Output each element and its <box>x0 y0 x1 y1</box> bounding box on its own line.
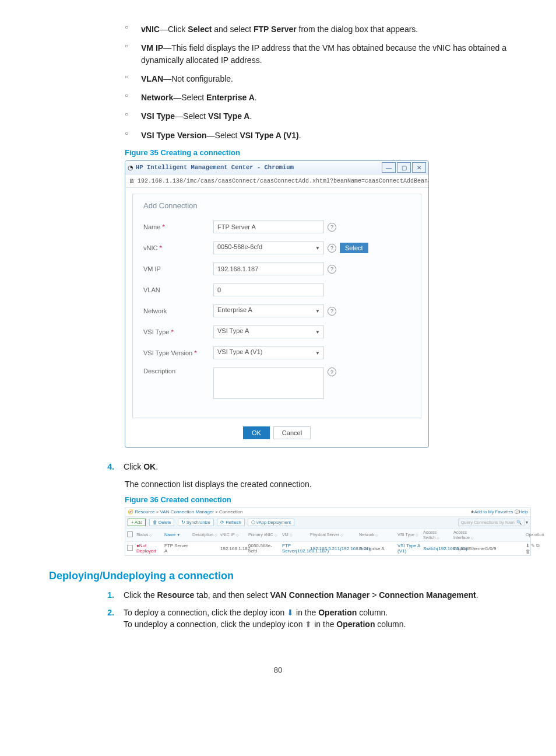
breadcrumb: 🧭 Resource > VAN Connection Manager > Co… <box>128 509 243 514</box>
operation-icons[interactable]: ⬇ ✎ ⧉ 🗑 <box>526 543 543 554</box>
row-checkbox[interactable] <box>127 545 133 551</box>
query-input[interactable]: Query Connections by Nam 🔍 <box>458 519 525 526</box>
window-url: 192.168.1.138/imc/caas/caasConnect/caasC… <box>138 178 428 184</box>
window-titlebar: ◔ HP Intelligent Management Center - Chr… <box>125 161 428 174</box>
vmip-input[interactable] <box>213 262 324 275</box>
network-select[interactable]: Enterprise A▼ <box>213 304 324 317</box>
vlan-input[interactable] <box>213 284 324 296</box>
chevron-down-icon: ▼ <box>315 309 320 314</box>
window-minimize-icon[interactable]: — <box>382 162 396 173</box>
table-header: Status◇ Name▼ Description◇ vNIC IP◇ Prim… <box>125 528 530 542</box>
name-label: Name * <box>143 223 213 230</box>
help-icon[interactable]: ? <box>328 223 336 232</box>
panel-title: Add Connection <box>143 201 410 210</box>
description-label: Description <box>143 368 213 374</box>
table-row: ●Not Deployed FTP Server A 192.168.1.187… <box>125 542 530 555</box>
add-connection-window: ◔ HP Intelligent Management Center - Chr… <box>125 160 429 448</box>
connection-list: 🧭 Resource > VAN Connection Manager > Co… <box>125 508 531 556</box>
synchronize-button[interactable]: ↻ Synchronize <box>178 519 214 526</box>
vsitype-label: VSI Type * <box>143 328 213 335</box>
page-number: 80 <box>49 666 507 674</box>
vapp-deployment-button[interactable]: ⬡ vApp Deployment <box>248 519 294 526</box>
deploy-step-2: 2. To deploy a connection, click the dep… <box>99 607 507 631</box>
step4-result: The connection list displays the created… <box>125 478 507 490</box>
vnic-label: vNIC * <box>143 244 213 251</box>
help-link[interactable]: Help <box>519 509 528 514</box>
bullet-vmip: VM IP—This field displays the IP address… <box>125 42 507 66</box>
add-favorites-link[interactable]: Add to My Favorites <box>474 509 513 514</box>
description-input[interactable] <box>213 368 324 399</box>
name-input[interactable] <box>213 220 324 233</box>
window-url-bar: 🗎 192.168.1.138/imc/caas/caasConnect/caa… <box>125 174 428 188</box>
field-bullet-list: vNIC—Click Select and select FTP Server … <box>125 23 507 141</box>
deploy-step-1: 1. Click the Resource tab, and then sele… <box>99 589 507 601</box>
chevron-down-icon: ▼ <box>315 246 320 251</box>
chevron-down-icon: ▼ <box>315 330 320 335</box>
ok-button[interactable]: OK <box>243 426 270 439</box>
cancel-button[interactable]: Cancel <box>273 426 311 439</box>
vsiver-select[interactable]: VSI Type A (V1)▼ <box>213 346 324 359</box>
help-icon[interactable]: ? <box>328 244 336 253</box>
section-heading: Deploying/Undeploying a connection <box>49 570 507 582</box>
vsi-type-link[interactable]: VSI Type A (V1) <box>397 543 420 554</box>
delete-button[interactable]: 🗑 Delete <box>149 519 175 526</box>
window-title: HP Intelligent Management Center - Chrom… <box>136 164 382 171</box>
add-connection-panel: Add Connection Name * ? vNIC * 0050-568e… <box>132 194 421 418</box>
dropdown-icon[interactable]: ▾ <box>526 520 528 525</box>
select-button[interactable]: Select <box>340 243 368 253</box>
add-button[interactable]: + Add <box>128 519 146 526</box>
network-label: Network <box>143 307 213 314</box>
vsitype-select[interactable]: VSI Type A▼ <box>213 326 324 338</box>
chevron-down-icon: ▼ <box>315 351 320 356</box>
refresh-button[interactable]: ⟳ Refresh <box>217 519 244 526</box>
page-icon: 🗎 <box>129 177 135 185</box>
bullet-vnic: vNIC—Click Select and select FTP Server … <box>125 23 507 35</box>
bullet-network: Network—Select Enterprise A. <box>125 92 507 103</box>
help-icon[interactable]: ⓘ <box>515 509 519 514</box>
help-icon[interactable]: ? <box>328 307 336 316</box>
window-close-icon[interactable]: ✕ <box>412 162 426 173</box>
figure35-caption: Figure 35 Creating a connection <box>125 148 507 157</box>
star-icon: ★ <box>470 509 474 514</box>
help-icon[interactable]: ? <box>328 265 336 274</box>
vlan-label: VLAN <box>143 286 213 293</box>
deploy-icon: ⬇ <box>287 608 294 617</box>
window-maximize-icon[interactable]: ▢ <box>397 162 411 173</box>
bullet-vlan: VLAN—Not configurable. <box>125 73 507 85</box>
chrome-icon: ◔ <box>128 164 133 172</box>
bullet-vsiver: VSI Type Version—Select VSI Type A (V1). <box>125 130 507 141</box>
help-icon[interactable]: ? <box>328 368 336 376</box>
vnic-select[interactable]: 0050-568e-6cfd▼ <box>213 242 324 254</box>
select-all-checkbox[interactable] <box>127 531 133 537</box>
figure36-caption: Figure 36 Created connection <box>125 495 507 504</box>
undeploy-icon: ⬆ <box>305 620 312 629</box>
vmip-label: VM IP <box>143 265 213 272</box>
bullet-vsitype: VSI Type—Select VSI Type A. <box>125 110 507 122</box>
step-4: 4. Click OK. <box>99 461 507 473</box>
vsiver-label: VSI Type Version * <box>143 349 213 356</box>
